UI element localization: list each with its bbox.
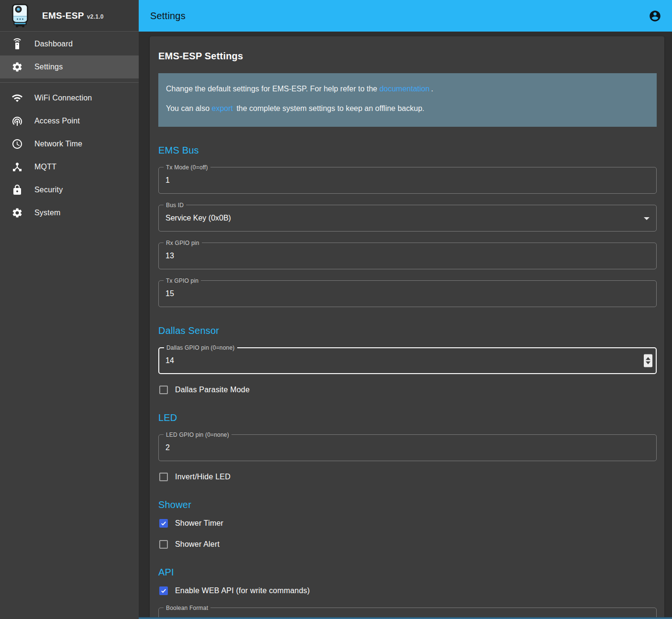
shower-timer-checkbox[interactable] bbox=[159, 519, 168, 528]
appbar-title: Settings bbox=[150, 11, 645, 22]
stepper-up-icon[interactable] bbox=[646, 357, 650, 360]
section-title-api: API bbox=[158, 567, 657, 578]
dallas-parasite-row[interactable]: Dallas Parasite Mode bbox=[159, 386, 657, 394]
info-banner: Change the default settings for EMS-ESP.… bbox=[158, 73, 657, 127]
info-line-2: You can also export the complete system … bbox=[166, 103, 649, 114]
stepper-down-icon[interactable] bbox=[646, 362, 650, 365]
appbar: Settings bbox=[139, 0, 672, 32]
tx-mode-input[interactable] bbox=[165, 176, 650, 185]
account-button[interactable] bbox=[645, 6, 664, 25]
bus-id-label: Bus ID bbox=[164, 202, 186, 209]
enable-web-api-row[interactable]: Enable WEB API (for write commands) bbox=[159, 586, 657, 595]
gear-icon bbox=[11, 61, 23, 73]
app-title: EMS-ESPv2.1.0 bbox=[42, 11, 104, 21]
rx-gpio-label: Rx GPIO pin bbox=[164, 240, 202, 246]
sidebar-item-label: WiFi Connection bbox=[34, 94, 92, 102]
shower-alert-checkbox[interactable] bbox=[159, 540, 168, 549]
wifi-tethering-icon bbox=[11, 115, 23, 127]
settings-card: EMS-ESP Settings Change the default sett… bbox=[150, 36, 664, 619]
sidebar-item-system[interactable]: System bbox=[0, 201, 139, 224]
tx-gpio-input[interactable] bbox=[165, 289, 650, 298]
section-title-dallas-sensor: Dallas Sensor bbox=[158, 325, 657, 336]
section-title-shower: Shower bbox=[158, 499, 657, 510]
sidebar-item-mqtt[interactable]: MQTT bbox=[0, 155, 139, 178]
shower-alert-row[interactable]: Shower Alert bbox=[159, 540, 657, 549]
sidebar-item-network-time[interactable]: Network Time bbox=[0, 133, 139, 155]
info-text: You can also bbox=[166, 104, 211, 112]
shower-timer-row[interactable]: Shower Timer bbox=[159, 519, 657, 528]
chevron-down-icon bbox=[644, 217, 650, 220]
info-line-1: Change the default settings for EMS-ESP.… bbox=[166, 83, 649, 95]
info-text: the complete system settings to keep an … bbox=[234, 104, 424, 112]
documentation-link[interactable]: documentation bbox=[379, 85, 431, 93]
sidebar-item-security[interactable]: Security bbox=[0, 178, 139, 201]
dallas-gpio-field: Dallas GPIO pin (0=none) bbox=[158, 347, 657, 374]
sidebar-divider bbox=[0, 82, 139, 83]
enable-web-api-label: Enable WEB API (for write commands) bbox=[175, 586, 310, 595]
content-bottom-accent bbox=[139, 617, 672, 619]
boiler-logo-icon bbox=[10, 4, 31, 28]
dallas-gpio-input[interactable] bbox=[165, 356, 650, 365]
gear-icon bbox=[11, 207, 23, 219]
enable-web-api-checkbox[interactable] bbox=[159, 586, 168, 595]
sidebar-item-label: Settings bbox=[34, 63, 63, 71]
invert-led-checkbox[interactable] bbox=[159, 473, 168, 481]
sidebar-item-label: Dashboard bbox=[34, 40, 73, 48]
info-text: Change the default settings for EMS-ESP.… bbox=[166, 85, 379, 93]
tx-mode-label: Tx Mode (0=off) bbox=[164, 164, 210, 171]
clock-icon bbox=[11, 138, 23, 150]
shower-alert-label: Shower Alert bbox=[175, 540, 220, 549]
invert-led-row[interactable]: Invert/Hide LED bbox=[159, 473, 657, 481]
app-version: v2.1.0 bbox=[87, 13, 104, 20]
section-title-led: LED bbox=[158, 412, 657, 423]
tx-mode-field: Tx Mode (0=off) bbox=[158, 167, 657, 194]
info-text: . bbox=[431, 85, 433, 93]
main-area: Settings EMS-ESP Settings Change the def… bbox=[139, 0, 672, 619]
led-gpio-field: LED GPIO pin (0=none) bbox=[158, 434, 657, 461]
number-stepper[interactable] bbox=[644, 354, 652, 367]
sidebar-header: EMS-ESPv2.1.0 bbox=[0, 0, 139, 32]
wifi-icon bbox=[11, 92, 23, 104]
sidebar-item-label: Network Time bbox=[34, 140, 82, 148]
page-title: EMS-ESP Settings bbox=[158, 51, 657, 62]
dallas-parasite-checkbox[interactable] bbox=[159, 386, 168, 394]
account-circle-icon bbox=[649, 10, 661, 22]
dallas-gpio-label: Dallas GPIO pin (0=none) bbox=[164, 344, 237, 351]
shower-timer-label: Shower Timer bbox=[175, 519, 223, 528]
app-name: EMS-ESP bbox=[42, 11, 84, 21]
bus-id-select[interactable]: Bus ID Service Key (0x0B) bbox=[158, 205, 657, 232]
led-gpio-label: LED GPIO pin (0=none) bbox=[164, 431, 231, 438]
sidebar-nav: Dashboard Settings WiFi Connection Acces… bbox=[0, 32, 139, 224]
tx-gpio-label: Tx GPIO pin bbox=[164, 277, 201, 284]
bus-id-value: Service Key (0x0B) bbox=[165, 214, 231, 222]
rx-gpio-input[interactable] bbox=[165, 252, 650, 260]
check-icon bbox=[160, 587, 167, 595]
led-gpio-input[interactable] bbox=[165, 443, 650, 452]
sidebar-item-access-point[interactable]: Access Point bbox=[0, 110, 139, 133]
export-link[interactable]: export bbox=[211, 104, 234, 112]
device-hub-icon bbox=[11, 161, 23, 173]
sidebar-item-dashboard[interactable]: Dashboard bbox=[0, 33, 139, 55]
boolean-format-label: Boolean Format bbox=[164, 605, 210, 611]
sidebar-item-label: Access Point bbox=[34, 117, 80, 125]
invert-led-label: Invert/Hide LED bbox=[175, 473, 231, 481]
dallas-parasite-label: Dallas Parasite Mode bbox=[175, 386, 250, 394]
section-title-ems-bus: EMS Bus bbox=[158, 145, 657, 156]
settings-remote-icon bbox=[11, 38, 23, 50]
sidebar-item-settings[interactable]: Settings bbox=[0, 55, 139, 78]
rx-gpio-field: Rx GPIO pin bbox=[158, 243, 657, 269]
sidebar-item-label: MQTT bbox=[34, 163, 56, 171]
content-area: EMS-ESP Settings Change the default sett… bbox=[139, 32, 672, 619]
tx-gpio-field: Tx GPIO pin bbox=[158, 280, 657, 307]
sidebar-item-label: System bbox=[34, 209, 61, 217]
lock-icon bbox=[11, 184, 23, 196]
check-icon bbox=[160, 520, 167, 527]
sidebar-item-wifi-connection[interactable]: WiFi Connection bbox=[0, 87, 139, 110]
ems-esp-app: EMS-ESPv2.1.0 Dashboard Settings WiFi Co… bbox=[0, 0, 672, 619]
sidebar-item-label: Security bbox=[34, 186, 63, 194]
sidebar: EMS-ESPv2.1.0 Dashboard Settings WiFi Co… bbox=[0, 0, 139, 619]
